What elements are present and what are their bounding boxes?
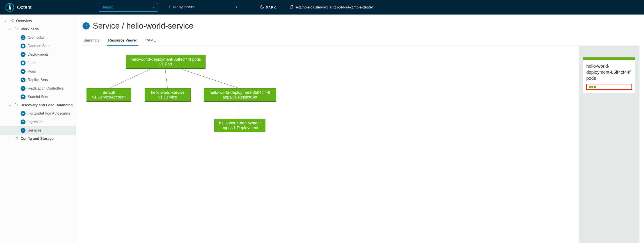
svg-point-30 [87, 26, 88, 26]
namespace-select[interactable]: default ▼ [98, 3, 158, 12]
svg-point-22 [23, 129, 23, 130]
svg-point-5 [10, 20, 12, 21]
config-label: Config and Storage [20, 137, 54, 141]
app-logo[interactable]: Octant [5, 3, 32, 12]
pods-icon [20, 69, 26, 74]
svg-point-4 [12, 19, 14, 20]
svg-line-33 [182, 69, 239, 88]
page-title: Service / hello-world-service [93, 21, 194, 31]
svg-line-32 [165, 69, 168, 88]
svg-line-7 [11, 20, 12, 20]
svg-rect-11 [22, 62, 23, 63]
octant-logo-icon [5, 3, 14, 12]
graph-node-service[interactable]: hello-world-service v1 Service [145, 88, 191, 102]
svg-point-29 [84, 26, 85, 26]
svg-point-20 [22, 96, 24, 97]
sidebar-overview[interactable]: ⌄ Overview [0, 17, 76, 25]
tab-yaml[interactable]: YAML [145, 36, 156, 45]
cluster-name: example-cluster-ka3TuTzYo4a@example-clus… [296, 5, 373, 9]
sidebar-item-stateful-sets[interactable]: Stateful Sets [0, 93, 76, 101]
svg-rect-16 [22, 79, 23, 80]
status-indicator[interactable] [586, 84, 632, 90]
chevron-down-icon: ▼ [235, 5, 238, 9]
graph-node-deployment[interactable]: hello-world-deployment apps/v1 Deploymen… [214, 119, 266, 132]
page-header: Service / hello-world-service [82, 21, 644, 31]
namespace-value: default [102, 5, 113, 9]
chevron-down-icon: ⌄ [375, 6, 378, 9]
graph-node-replicaset[interactable]: hello-world-deployment-85ff4cf44f apps/v… [204, 88, 276, 102]
sidebar-item-cron-jobs[interactable]: Cron Jobs [0, 33, 76, 42]
clipboard-icon [290, 5, 294, 10]
share-icon [10, 18, 14, 23]
info-card: hello-world-deployment-85ff4cf44f pods [583, 57, 635, 93]
svg-point-1 [9, 4, 11, 6]
svg-point-28 [86, 27, 86, 28]
sidebar-discovery[interactable]: ⌄ Discovery and Load Balancing [0, 101, 76, 109]
svg-point-25 [24, 130, 24, 131]
workloads-label: Workloads [20, 27, 39, 31]
svg-point-21 [23, 130, 24, 131]
svg-point-27 [86, 24, 86, 25]
cluster-selector[interactable]: example-cluster-ka3TuTzYo4a@example-clus… [290, 5, 378, 10]
svg-rect-18 [22, 88, 23, 88]
sidebar-item-hpa[interactable]: Horizontal Pod Autoscalers [0, 109, 76, 118]
resource-graph-canvas[interactable]: hello-world-deployment-85ff4cf44f pods v… [82, 46, 579, 243]
tabs: Summary Resource Viewer YAML [82, 36, 640, 46]
svg-line-31 [109, 69, 150, 88]
sidebar-item-replica-sets[interactable]: Replica Sets [0, 76, 76, 84]
replication-controllers-icon [20, 86, 26, 91]
tab-resource-viewer[interactable]: Resource Viewer [107, 36, 138, 45]
svg-rect-19 [23, 89, 24, 90]
graph-node-serviceaccount[interactable]: default v1 ServiceAccount [86, 88, 131, 102]
chevron-down-icon: ⌄ [9, 137, 12, 140]
status-dot-icon [594, 86, 596, 88]
label-filter-input[interactable]: Filter by labels ▼ [167, 3, 240, 11]
jobs-icon [20, 60, 26, 65]
info-card-title: hello-world-deployment-85ff4cf44f pods [586, 63, 632, 81]
sidebar-config-storage[interactable]: ⌄ Config and Storage [0, 135, 76, 143]
folder-icon [14, 27, 18, 31]
daemon-sets-icon [20, 43, 26, 48]
cron-jobs-icon [20, 35, 26, 40]
chevron-down-icon: ⌄ [9, 28, 12, 31]
tab-summary[interactable]: Summary [82, 36, 100, 45]
graph-edges [82, 46, 579, 243]
theme-toggle[interactable]: DARK [260, 5, 276, 9]
sidebar-item-ingresses[interactable]: Ingresses [0, 118, 76, 126]
chevron-down-icon: ▼ [152, 6, 155, 9]
sidebar-item-jobs[interactable]: Jobs [0, 59, 76, 67]
sidebar-item-services[interactable]: Services [0, 126, 76, 135]
graph-node-pods[interactable]: hello-world-deployment-85ff4cf44f pods v… [126, 55, 205, 69]
svg-line-8 [11, 21, 12, 21]
svg-marker-10 [22, 45, 24, 47]
app-name: Octant [17, 4, 32, 10]
chevron-down-icon: ⌄ [9, 104, 12, 107]
svg-rect-12 [23, 62, 24, 63]
sidebar-item-pods[interactable]: Pods [0, 67, 76, 76]
sidebar-workloads[interactable]: ⌄ Workloads [0, 25, 76, 33]
replica-sets-icon [20, 77, 26, 82]
svg-point-26 [86, 25, 87, 26]
svg-rect-2 [291, 5, 293, 8]
svg-rect-17 [23, 80, 24, 81]
theme-label: DARK [266, 5, 276, 9]
chevron-down-icon: ⌄ [4, 20, 8, 22]
sidebar-item-replication-controllers[interactable]: Replication Controllers [0, 84, 76, 93]
svg-rect-13 [22, 63, 23, 64]
svg-rect-3 [290, 6, 292, 9]
folder-icon [14, 136, 18, 141]
svg-point-23 [23, 131, 23, 132]
service-icon [82, 22, 90, 29]
status-dot-icon [591, 86, 594, 88]
top-bar: Octant default ▼ Filter by labels ▼ DARK… [0, 0, 644, 14]
discovery-label: Discovery and Load Balancing [20, 103, 73, 107]
hpa-icon [20, 111, 26, 116]
services-icon [20, 128, 26, 133]
sidebar: ⌄ Overview ⌄ Workloads Cron Jobs Daemon … [0, 14, 76, 243]
sidebar-item-daemon-sets[interactable]: Daemon Sets [0, 42, 76, 50]
deployments-icon [20, 52, 26, 57]
svg-marker-15 [22, 71, 24, 73]
main-content: Service / hello-world-service Summary Re… [76, 14, 644, 243]
stateful-sets-icon [20, 94, 26, 99]
sidebar-item-deployments[interactable]: Deployments [0, 50, 76, 59]
